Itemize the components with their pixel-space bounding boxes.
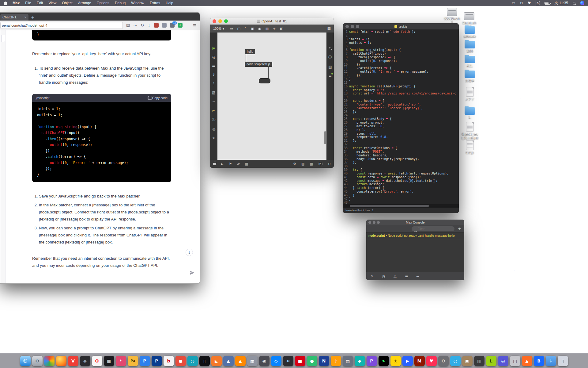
extension-badged-icon[interactable]: 19 (170, 23, 175, 28)
star-icon[interactable]: ★ (212, 136, 216, 140)
dock-orange-cone-app[interactable]: ▲ (522, 356, 532, 366)
ring-icon[interactable]: ◎ (212, 55, 215, 59)
dock-blue-play-app[interactable]: ▶ (402, 356, 413, 366)
new-comment-icon[interactable]: ” (245, 27, 247, 31)
dock-dark-rows-app[interactable]: ▥ (474, 356, 484, 366)
new-toggle-icon[interactable]: ▣ (251, 27, 254, 31)
dock-charcoal-app[interactable]: ≈ (283, 356, 293, 366)
dock-silver-app[interactable]: ▢ (510, 356, 520, 366)
media-icon[interactable]: ▨ (212, 90, 215, 95)
presentation-icon[interactable]: ⚑ (229, 162, 232, 166)
patcher-title-bar[interactable]: OpenAI_test_01 (210, 18, 334, 25)
dock-slate-app[interactable]: ▤ (343, 356, 353, 366)
canvas-scrollbar[interactable] (324, 131, 326, 144)
message-box-hello[interactable]: hello (245, 49, 255, 54)
send-message-icon[interactable] (190, 270, 195, 277)
dock-purple-app[interactable]: P (367, 356, 377, 366)
editor-code-area[interactable]: 1const fetch = require('node-fetch');2 3… (343, 29, 459, 204)
dock-red-app[interactable]: ■ (295, 356, 305, 366)
dock-downloads-folder[interactable]: ↓ (546, 356, 556, 366)
clock-icon[interactable]: ◔ (382, 274, 385, 278)
dock-firefox[interactable] (56, 356, 66, 366)
search-icon[interactable] (329, 46, 331, 50)
dock-teal-app[interactable]: ◎ (187, 356, 198, 366)
menu-extras[interactable]: Extras (150, 1, 160, 5)
audio-power-icon[interactable]: ⊙ (328, 162, 331, 166)
more-actions-icon[interactable]: ⋯ (133, 23, 137, 27)
filter-input[interactable] (412, 226, 454, 231)
new-message-icon[interactable]: ▢ (237, 27, 240, 31)
dock-red-dot-app[interactable]: ● (175, 356, 186, 366)
dock-vlc[interactable]: ▲ (235, 356, 246, 366)
clip-icon[interactable]: ≈ (212, 99, 215, 104)
dock-paw-app[interactable]: Pa (128, 356, 138, 366)
dock-yellow-star-app[interactable]: ★ (390, 356, 401, 366)
editor-title-bar[interactable]: test.js (343, 23, 459, 29)
app-menu-max[interactable]: Max (13, 1, 20, 5)
extension-red-icon[interactable] (154, 23, 159, 28)
scrollbar-thumb[interactable] (350, 205, 429, 207)
spotlight-search-icon[interactable] (573, 2, 575, 5)
minimize-button[interactable] (373, 221, 375, 224)
folder-oshigoto[interactable]: お仕事 (461, 71, 479, 82)
folder-1106[interactable]: 1106 (461, 41, 479, 53)
dock-maroon-app[interactable]: M (414, 356, 425, 366)
dock-paypal-app[interactable]: P (152, 356, 162, 366)
dock-gray-gear-app[interactable]: ⚙ (438, 356, 449, 366)
console-title-bar[interactable]: Max Console (366, 220, 464, 225)
menu-window[interactable]: Window (131, 1, 144, 5)
zoom-button[interactable] (377, 221, 380, 224)
menu-help[interactable]: Help (166, 1, 173, 5)
menu-file[interactable]: File (25, 1, 31, 5)
reader-view-icon[interactable]: ▤ (126, 23, 130, 27)
doc-meado[interactable]: メアド (461, 87, 479, 101)
dock-pdf-app[interactable]: P (140, 356, 150, 366)
dock-blue-b-app[interactable]: B (534, 356, 544, 366)
dock-bear-app[interactable]: b (164, 356, 174, 366)
folder-asl[interactable]: ASL (461, 56, 479, 68)
dock-black-box-app[interactable]: ▯ (199, 356, 210, 366)
minimize-button[interactable] (218, 19, 222, 23)
dock-indigo-app[interactable]: ◎ (498, 356, 508, 366)
reload-icon[interactable]: ↻ (141, 23, 144, 27)
doc-testjs[interactable]: test.js (461, 140, 479, 155)
menu-edit[interactable]: Edit (37, 1, 43, 5)
display-icon[interactable]: ▭ (512, 1, 515, 5)
menu-view[interactable]: View (48, 1, 56, 5)
dock-dark-cube-app[interactable]: ■ (104, 356, 114, 366)
battery-icon[interactable] (545, 2, 550, 5)
apple-menu-icon[interactable] (4, 1, 8, 5)
close-button[interactable] (345, 25, 349, 28)
zoom-button[interactable] (224, 19, 228, 23)
tab-chatgpt[interactable]: ChatGPT. × (0, 14, 28, 21)
dock-octopus-app[interactable]: * (116, 356, 126, 366)
back-icon[interactable]: ← (416, 274, 419, 278)
dock-navy-app[interactable]: N (319, 356, 329, 366)
globe-icon[interactable]: ◍ (212, 127, 215, 131)
siri-icon[interactable] (580, 1, 584, 5)
patch-cord[interactable] (246, 54, 246, 62)
clear-icon[interactable]: × (371, 274, 374, 278)
dock-vivaldi[interactable]: V (68, 356, 78, 366)
ruler-icon[interactable]: ▬ (212, 64, 215, 68)
doc-openai-maxpat[interactable]: OpenAI_tes t_01.maxpat (461, 122, 479, 140)
run-icon[interactable]: ▶ (318, 162, 323, 166)
dock-browser-colorful[interactable] (44, 356, 55, 366)
sidebar-toggle[interactable] (1, 35, 5, 42)
steps-icon[interactable]: ⋮ (212, 82, 216, 86)
new-tab-button[interactable]: + (31, 15, 35, 20)
scroll-to-bottom-button[interactable]: ↓ (186, 249, 193, 256)
tab-close-icon[interactable]: × (24, 15, 26, 19)
close-button[interactable] (213, 19, 216, 23)
dock-pink-heart-app[interactable]: ♥ (426, 356, 437, 366)
menu-clock[interactable]: 火 11:35 (555, 1, 568, 6)
dock-blue-app[interactable]: ◇ (271, 356, 281, 366)
zoom-button[interactable] (356, 25, 359, 28)
time-machine-icon[interactable]: ↺ (520, 1, 523, 5)
menu-object[interactable]: Object (62, 1, 73, 5)
new-number-icon[interactable]: ▥ (266, 27, 269, 31)
dock-finder[interactable]: ☺ (20, 356, 31, 366)
tools-icon[interactable]: ⚙ (293, 162, 296, 166)
copy-code-button[interactable]: Copy code (148, 94, 168, 102)
dock-settings[interactable]: ⚙ (32, 356, 43, 366)
